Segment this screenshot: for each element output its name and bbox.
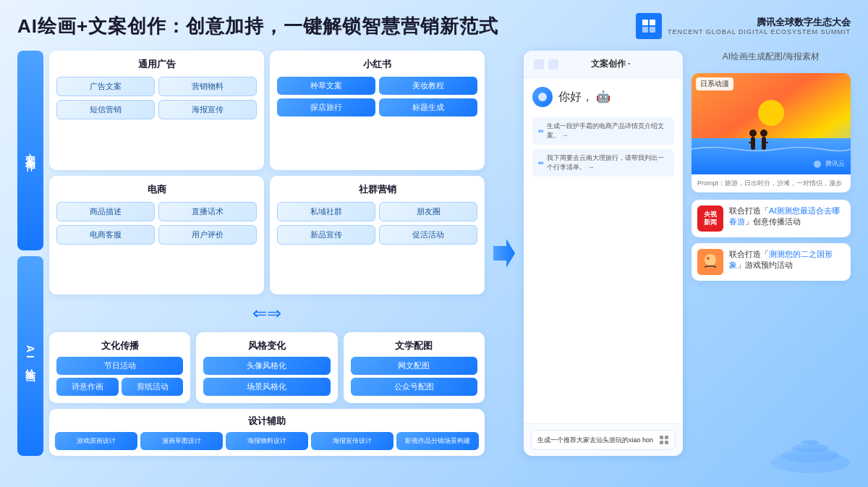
literature-title: 文学配图 xyxy=(351,339,477,352)
row-wenanchuangzuo: 通用广告 广告文案 营销物料 短信营销 海报宣传 小红书 种草文案 xyxy=(49,51,485,170)
horizontal-arrow-icon: ⇐⇒ xyxy=(252,303,281,323)
btn-meizhuangjiaocheng[interactable]: 美妆教程 xyxy=(379,77,477,95)
btn-biaotishengcheng[interactable]: 标题生成 xyxy=(379,98,477,117)
style-buttons: 头像风格化 场景风格化 xyxy=(203,357,330,396)
chat-header-icons xyxy=(534,59,558,69)
image-style-label: 日系动漫 xyxy=(696,77,733,90)
arrow-divider: ⇐⇒ xyxy=(49,300,485,326)
ai-image-placeholder: 日系动漫 xyxy=(692,73,851,174)
svg-rect-2 xyxy=(642,27,648,33)
btn-pengyouquan[interactable]: 朋友圈 xyxy=(379,202,477,221)
shequ-buttons: 私域社群 朋友圈 新品宣传 促活活动 xyxy=(277,202,477,245)
btn-wangwen[interactable]: 网文配图 xyxy=(351,357,477,375)
news-text-game: 联合打造「测测您的二之国形象」游戏预约活动 xyxy=(729,249,845,271)
logo-area: 腾讯全球数字生态大会 TENCENT GLOBAL DIGITAL ECOSYS… xyxy=(636,13,851,39)
news-card-cctv[interactable]: 央视新闻 联合打造「AI测测您最适合去哪春游」创意传播活动 xyxy=(692,200,851,237)
culture-title: 文化传播 xyxy=(56,339,183,352)
chat-icon-1 xyxy=(534,59,544,69)
cctv-logo: 央视新闻 xyxy=(697,206,723,232)
right-title: AI绘画生成配图/海报素材 xyxy=(692,51,851,63)
tab-aihuihua: AI绘画 xyxy=(17,256,43,456)
btn-userreview[interactable]: 用户评价 xyxy=(158,225,257,245)
btn-game-art[interactable]: 游戏原画设计 xyxy=(55,432,137,450)
design-buttons: 游戏原画设计 漫画草图设计 海报物料设计 海报宣传设计 影视作品分镜场景构建 xyxy=(55,432,479,450)
svg-rect-3 xyxy=(650,27,655,33)
panel-style: 风格变化 头像风格化 场景风格化 xyxy=(196,332,337,403)
row-aihuihua: 文化传播 节日活动 诗意作画 剪纸活动 风格变化 xyxy=(49,332,485,456)
btn-zhiputalks[interactable]: 直播话术 xyxy=(158,202,257,221)
chat-input-text: 生成一个推荐大家去汕头游玩的xiao hon xyxy=(537,436,653,445)
ai-image-card: 日系动漫 xyxy=(692,73,851,192)
panel-literature: 文学配图 网文配图 公众号配图 xyxy=(344,332,485,403)
btn-jianzhi[interactable]: 剪纸活动 xyxy=(122,378,184,396)
xiaohongshu-title: 小红书 xyxy=(277,58,477,71)
emoji-robot: 🤖 xyxy=(596,90,610,103)
svg-rect-0 xyxy=(642,20,648,25)
btn-jieri[interactable]: 节日活动 xyxy=(56,357,183,375)
news-card-game[interactable]: 联合打造「测测您的二之国形象」游戏预约活动 xyxy=(692,243,851,281)
btn-gzh-config[interactable]: 公众号配图 xyxy=(351,378,477,396)
content-area: 文案创作 AI绘画 通用广告 广告文案 营销物料 短信营销 海报宣传 xyxy=(17,51,851,456)
header: AI绘画+文案创作：创意加持，一键解锁智慧营销新范式 腾讯全球数字生态大会 TE… xyxy=(17,13,851,39)
culture-btn-row: 诗意作画 剪纸活动 xyxy=(56,378,183,396)
panel-ecommerce: 电商 商品描述 直播话术 电商客服 用户评价 xyxy=(49,176,264,295)
chat-icon-2 xyxy=(548,59,558,69)
svg-rect-1 xyxy=(650,20,655,25)
logo-sub-text: TENCENT GLOBAL DIGITAL ECOSYSTEM SUMMIT xyxy=(668,28,851,35)
chat-panel: 文案创作 · 你好， 🤖 ✏ 生成一段护手霜的电商产品详情页介 xyxy=(524,51,683,456)
btn-yingxiaowuliao[interactable]: 营销物料 xyxy=(158,77,257,96)
svg-point-22 xyxy=(707,257,710,260)
btn-film-scene[interactable]: 影视作品分镜场景构建 xyxy=(396,432,479,450)
btn-poster-promo[interactable]: 海报宣传设计 xyxy=(311,432,393,450)
ecommerce-buttons: 商品描述 直播话术 电商客服 用户评价 xyxy=(56,202,257,245)
suggestion-1[interactable]: ✏ 生成一段护手霜的电商产品详情页介绍文案。 → xyxy=(532,117,674,145)
btn-haobaoXuanChuan[interactable]: 海报宣传 xyxy=(158,100,257,119)
btn-guanggaowenani[interactable]: 广告文案 xyxy=(56,77,155,96)
grid-icon xyxy=(659,435,669,445)
btn-duanxinyingxiao[interactable]: 短信营销 xyxy=(56,100,155,119)
xiaohongshu-buttons: 种草文案 美妆教程 探店旅行 标题生成 xyxy=(277,77,477,117)
svg-marker-4 xyxy=(493,239,515,268)
btn-xinpinxuanchuan[interactable]: 新品宣传 xyxy=(277,225,375,245)
row-ecommerce-shequ: 电商 商品描述 直播话术 电商客服 用户评价 社群营销 私域社群 xyxy=(49,176,485,295)
btn-scene-style[interactable]: 场景风格化 xyxy=(203,378,330,396)
svg-point-16 xyxy=(760,130,767,137)
news-cards: 央视新闻 联合打造「AI测测您最适合去哪春游」创意传播活动 xyxy=(692,200,851,281)
logo-main-text: 腾讯全球数字生态大会 xyxy=(668,17,851,29)
row-bottom-top: 文化传播 节日活动 诗意作画 剪纸活动 风格变化 xyxy=(49,332,485,403)
btn-shangpinmiaoshu[interactable]: 商品描述 xyxy=(56,202,155,221)
big-arrow xyxy=(493,51,515,456)
ecommerce-title: 电商 xyxy=(56,183,257,196)
chat-input-box[interactable]: 生成一个推荐大家去汕头游玩的xiao hon xyxy=(531,430,676,450)
btn-poster-material[interactable]: 海报物料设计 xyxy=(226,432,308,450)
deco-bottom-right xyxy=(767,419,854,480)
chat-avatar xyxy=(532,87,553,107)
svg-rect-15 xyxy=(749,142,752,143)
chat-title: 文案创作 · xyxy=(564,58,657,70)
btn-zhongcaowenani[interactable]: 种草文案 xyxy=(277,77,375,95)
suggestion-2[interactable]: ✏ 我下周要去云南大理旅行，请帮我列出一个行李清单。 → xyxy=(532,149,674,177)
svg-point-13 xyxy=(749,130,757,137)
literature-buttons: 网文配图 公众号配图 xyxy=(351,357,477,396)
panel-xiaohongshu: 小红书 种草文案 美妆教程 探店旅行 标题生成 xyxy=(270,51,485,170)
chat-header: 文案创作 · xyxy=(524,51,683,78)
btn-cuhuo[interactable]: 促活活动 xyxy=(379,225,477,245)
btn-manga-sketch[interactable]: 漫画草图设计 xyxy=(140,432,223,450)
btn-ecomcustomer[interactable]: 电商客服 xyxy=(56,225,155,245)
svg-rect-6 xyxy=(660,436,663,439)
btn-shiyihua[interactable]: 诗意作画 xyxy=(56,378,119,396)
btn-avatar-style[interactable]: 头像风格化 xyxy=(203,357,330,375)
style-title: 风格变化 xyxy=(203,339,330,352)
vertical-tabs: 文案创作 AI绘画 xyxy=(17,51,43,456)
btn-tandian[interactable]: 探店旅行 xyxy=(277,98,375,117)
tencent-logo-icon xyxy=(636,13,662,39)
chat-greeting-row: 你好， 🤖 xyxy=(532,87,674,107)
chat-body: 你好， 🤖 ✏ 生成一段护手霜的电商产品详情页介绍文案。 → ✏ 我下周要去云南… xyxy=(524,78,683,423)
design-title: 设计辅助 xyxy=(55,415,479,428)
btn-siyushequ[interactable]: 私域社群 xyxy=(277,202,375,221)
image-watermark: 腾讯云 xyxy=(813,159,845,169)
svg-point-25 xyxy=(792,444,828,452)
tab-wenanchuangzuo: 文案创作 xyxy=(17,51,43,250)
chat-suggestions: ✏ 生成一段护手霜的电商产品详情页介绍文案。 → ✏ 我下周要去云南大理旅行，请… xyxy=(532,117,674,177)
main-container: AI绘画+文案创作：创意加持，一键解锁智慧营销新范式 腾讯全球数字生态大会 TE… xyxy=(0,0,868,487)
